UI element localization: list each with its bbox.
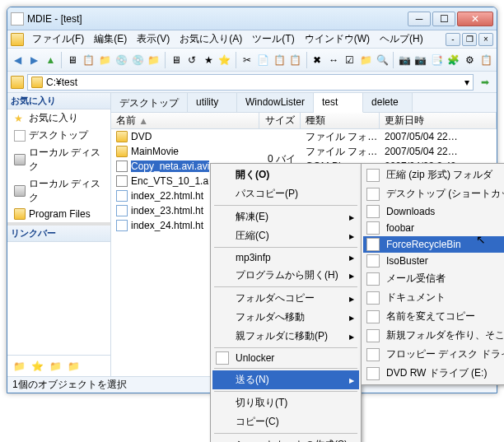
tool-icon[interactable]: 📑 (430, 52, 445, 68)
sidebar-item[interactable]: ローカル ディスク (7, 144, 110, 175)
app-icon (11, 12, 24, 26)
tab[interactable]: デスクトップ (111, 93, 188, 112)
dvd-icon (366, 367, 380, 380)
col-type[interactable]: 種類 (301, 113, 380, 128)
tab[interactable]: delete (363, 93, 413, 112)
menu-item[interactable]: ショートカットの作成(S) (212, 435, 359, 442)
tab[interactable]: utility (188, 93, 237, 112)
menu-item[interactable]: フロッピー ディスク ドライブ (A:) (363, 345, 504, 364)
context-submenu-sendto[interactable]: 圧縮 (zip 形式) フォルダデスクトップ (ショートカットを作成)Downl… (361, 163, 504, 385)
menu-item[interactable]: 親フォルダに移動(P) (212, 327, 359, 346)
menu-item[interactable]: 圧縮(C) (212, 226, 359, 245)
tool-icon[interactable]: 💿 (114, 52, 128, 68)
tool-icon[interactable]: 📁 (147, 52, 161, 68)
menu-item[interactable]: パスコピー(P) (212, 184, 359, 203)
tool-icon[interactable]: ⭐ (217, 52, 232, 68)
menu-item[interactable]: mp3infp (212, 249, 359, 266)
mdi-min-button[interactable]: - (446, 33, 460, 46)
tool-icon[interactable]: ↔ (326, 52, 341, 68)
menu-view[interactable]: 表示(V) (132, 30, 175, 48)
menu-item[interactable]: 圧縮 (zip 形式) フォルダ (363, 165, 504, 184)
back-button[interactable]: ◀ (11, 52, 26, 68)
up-button[interactable]: ▲ (44, 52, 58, 68)
menu-favorites[interactable]: お気に入り(A) (175, 30, 247, 48)
file-row[interactable]: MainMovieファイル フォルダ2007/05/04 22… (111, 144, 497, 159)
paste-icon[interactable]: 📋 (272, 52, 287, 68)
maximize-button[interactable]: ☐ (432, 12, 455, 26)
col-size[interactable]: サイズ (259, 113, 301, 128)
sidebar-item-label: ローカル ディスク (29, 146, 107, 174)
mdi-close-button[interactable]: × (478, 33, 493, 46)
go-button[interactable]: ➡ (477, 74, 493, 91)
menu-item[interactable]: 開く(O) (212, 165, 359, 184)
tool-icon[interactable]: ⚙ (462, 52, 477, 68)
sidebar-tool-icon[interactable]: 📁 (47, 358, 63, 375)
tab[interactable]: WindowLister (237, 93, 314, 112)
tool-icon[interactable]: ☑ (343, 52, 357, 68)
copy-icon[interactable]: 📄 (255, 52, 270, 68)
menu-help[interactable]: ヘルプ(H) (375, 30, 428, 48)
tool-icon[interactable]: ↺ (184, 52, 199, 68)
menu-item[interactable]: 新規フォルダを作り、そこに移動 (363, 326, 504, 345)
menu-item[interactable]: Unlocker (212, 350, 359, 366)
tool-icon[interactable]: 🔍 (376, 52, 390, 68)
titlebar[interactable]: MDIE - [test] ─ ☐ ✕ (7, 7, 497, 30)
tool-icon[interactable]: 📁 (98, 52, 113, 68)
mdi-restore-button[interactable]: ❐ (462, 33, 477, 46)
menu-tools[interactable]: ツール(T) (247, 30, 299, 48)
menu-item[interactable]: デスクトップ (ショートカットを作成) (363, 184, 504, 203)
menu-item[interactable]: IsoBuster (363, 253, 504, 269)
sidebar-item[interactable]: ローカル ディスク (7, 175, 110, 207)
forward-button[interactable]: ▶ (27, 52, 42, 68)
sidebar-tool-icon[interactable]: 📁 (11, 358, 27, 375)
menu-item-label: 圧縮(C) (236, 230, 269, 241)
col-date[interactable]: 更新日時 (380, 113, 497, 128)
sidebar-item[interactable]: デスクトップ (7, 127, 110, 144)
minimize-button[interactable]: ─ (408, 12, 431, 26)
menu-window[interactable]: ウインドウ(W) (300, 30, 375, 48)
tool-icon[interactable]: 🖥 (169, 52, 184, 68)
tool-icon[interactable]: 📋 (478, 52, 493, 68)
menu-file[interactable]: ファイル(F) (27, 30, 89, 48)
tool-icon[interactable]: 📷 (413, 52, 428, 68)
menu-item[interactable]: プログラムから開く(H) (212, 266, 359, 285)
menu-item[interactable]: メール受信者 (363, 269, 504, 288)
sidebar-tool-icon[interactable]: ⭐ (29, 358, 45, 375)
menu-item[interactable]: Downloads (363, 203, 504, 220)
menu-edit[interactable]: 編集(E) (89, 30, 132, 48)
tool-icon[interactable]: 📋 (82, 52, 96, 68)
menu-item[interactable]: コピー(C) (212, 412, 359, 431)
col-name[interactable]: 名前 ▲ (111, 113, 259, 128)
context-menu[interactable]: 開く(O)パスコピー(P)解凍(E)圧縮(C)mp3infpプログラムから開く(… (210, 163, 362, 442)
sidebar-tool-icon[interactable]: 📁 (65, 358, 82, 375)
menu-item[interactable]: 送る(N) (212, 370, 359, 389)
sidebar-item-label: デスクトップ (29, 128, 88, 142)
menu-item[interactable]: foobar (363, 220, 504, 236)
tool-icon[interactable]: ★ (201, 52, 216, 68)
menu-item[interactable]: フォルダへコピー (212, 289, 359, 308)
cut-icon[interactable]: ✂ (240, 52, 254, 68)
tab[interactable]: test (314, 93, 363, 113)
menu-item[interactable]: 名前を変えてコピー (363, 307, 504, 326)
tool-icon[interactable]: ✖ (310, 52, 325, 68)
tool-icon[interactable]: 🧩 (446, 52, 461, 68)
menu-item[interactable]: 解凍(E) (212, 207, 359, 226)
file-row[interactable]: DVDファイル フォルダ2007/05/04 22… (111, 129, 497, 144)
menu-item[interactable]: フォルダへ移動 (212, 308, 359, 327)
sidebar-item[interactable]: ★お気に入り (7, 109, 110, 127)
menu-item-label: 開く(O) (236, 169, 269, 180)
menu-item[interactable]: ドキュメント (363, 288, 504, 307)
app-icon (366, 238, 380, 251)
tool-icon[interactable]: 🖥 (65, 52, 80, 68)
tool-icon[interactable]: 💿 (130, 52, 145, 68)
tool-icon[interactable]: 📁 (359, 52, 374, 68)
toolbar: ◀ ▶ ▲ 🖥 📋 📁 💿 💿 📁 🖥 ↺ ★ ⭐ ✂ 📄 📋 📋 ✖ ↔ ☑ … (7, 49, 497, 72)
menu-item[interactable]: DVD RW ドライブ (E:) (363, 364, 504, 383)
close-button[interactable]: ✕ (457, 12, 493, 26)
menu-item[interactable]: ForceRecycleBin (363, 236, 504, 253)
tool-icon[interactable]: 📋 (288, 52, 303, 68)
tool-icon[interactable]: 📷 (397, 52, 412, 68)
sidebar-item[interactable]: Program Files (7, 207, 110, 221)
address-input[interactable]: C:¥test ▾ (27, 74, 474, 91)
menu-item[interactable]: 切り取り(T) (212, 393, 359, 412)
